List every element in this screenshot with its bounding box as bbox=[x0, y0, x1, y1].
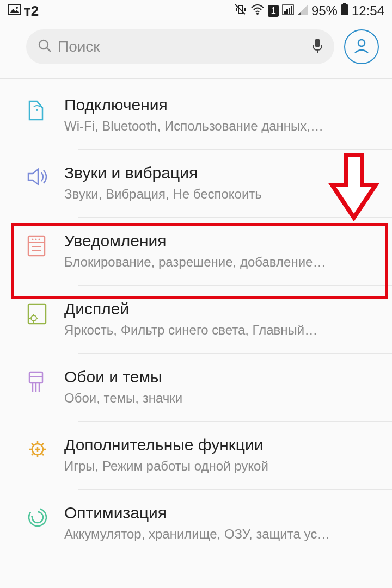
item-subtitle: Обои, темы, значки bbox=[64, 391, 381, 406]
svg-point-2 bbox=[16, 7, 18, 9]
advanced-icon bbox=[26, 438, 64, 461]
svg-point-21 bbox=[32, 239, 34, 240]
profile-button[interactable] bbox=[344, 29, 379, 64]
item-title: Дополнительные функции bbox=[64, 436, 381, 454]
svg-marker-1 bbox=[10, 9, 19, 13]
item-subtitle: Аккумулятор, хранилище, ОЗУ, защита ус… bbox=[64, 527, 381, 542]
svg-point-18 bbox=[36, 109, 38, 111]
vibrate-icon bbox=[233, 2, 247, 20]
themes-icon bbox=[26, 370, 64, 394]
connections-icon bbox=[26, 98, 64, 122]
settings-list: Подключения Wi-Fi, Bluetooth, Использова… bbox=[0, 79, 392, 557]
svg-marker-41 bbox=[31, 516, 33, 518]
wifi-icon bbox=[250, 3, 265, 18]
profile-icon bbox=[352, 36, 371, 57]
svg-rect-15 bbox=[315, 39, 320, 47]
settings-item-themes[interactable]: Обои и темы Обои, темы, значки bbox=[0, 354, 392, 421]
settings-item-notifications[interactable]: Уведомления Блокирование, разрешение, до… bbox=[0, 218, 392, 285]
settings-item-optimization[interactable]: Оптимизация Аккумулятор, хранилище, ОЗУ,… bbox=[0, 490, 392, 557]
image-icon bbox=[8, 3, 21, 18]
sounds-icon bbox=[26, 166, 64, 188]
battery-percent: 95% bbox=[311, 3, 338, 18]
svg-point-27 bbox=[31, 315, 36, 321]
item-title: Обои и темы bbox=[64, 368, 381, 386]
svg-point-3 bbox=[256, 13, 259, 15]
svg-rect-6 bbox=[286, 9, 288, 14]
item-title: Уведомления bbox=[64, 232, 381, 250]
svg-rect-0 bbox=[8, 5, 20, 15]
carrier-label: т2 bbox=[24, 3, 39, 20]
signal-icon-1 bbox=[282, 3, 294, 18]
settings-item-advanced[interactable]: Дополнительные функции Игры, Режим работ… bbox=[0, 422, 392, 489]
svg-point-22 bbox=[35, 239, 37, 240]
search-icon bbox=[37, 38, 52, 55]
optimization-icon bbox=[26, 506, 64, 529]
svg-rect-26 bbox=[28, 304, 46, 324]
notifications-icon bbox=[26, 234, 64, 258]
item-title: Дисплей bbox=[64, 300, 381, 318]
item-subtitle: Яркость, Фильтр синего света, Главный… bbox=[64, 323, 381, 338]
svg-point-13 bbox=[39, 40, 48, 49]
search-row bbox=[0, 22, 392, 78]
svg-line-14 bbox=[47, 48, 51, 52]
sim-icon: 1 bbox=[268, 5, 278, 17]
item-subtitle: Игры, Режим работы одной рукой bbox=[64, 459, 381, 474]
item-subtitle: Блокирование, разрешение, добавление… bbox=[64, 255, 381, 270]
svg-point-23 bbox=[39, 239, 40, 240]
item-title: Подключения bbox=[64, 96, 381, 114]
item-title: Оптимизация bbox=[64, 504, 381, 522]
search-input[interactable] bbox=[58, 38, 306, 55]
svg-rect-32 bbox=[29, 372, 42, 383]
svg-rect-11 bbox=[341, 4, 348, 15]
svg-rect-7 bbox=[289, 8, 290, 14]
signal-icon-2 bbox=[297, 3, 308, 18]
display-icon bbox=[26, 302, 64, 326]
svg-rect-8 bbox=[291, 6, 292, 14]
item-subtitle: Wi-Fi, Bluetooth, Использование данных,… bbox=[64, 119, 381, 134]
status-bar: т2 1 95% 12:54 bbox=[0, 0, 392, 22]
settings-item-display[interactable]: Дисплей Яркость, Фильтр синего света, Гл… bbox=[0, 286, 392, 353]
settings-item-connections[interactable]: Подключения Wi-Fi, Bluetooth, Использова… bbox=[0, 82, 392, 149]
svg-marker-10 bbox=[297, 11, 301, 15]
search-box[interactable] bbox=[26, 29, 334, 64]
item-title: Звуки и вибрация bbox=[64, 164, 381, 182]
svg-point-17 bbox=[358, 40, 365, 46]
svg-rect-5 bbox=[284, 11, 286, 14]
mic-icon[interactable] bbox=[311, 38, 323, 56]
item-subtitle: Звуки, Вибрация, Не беспокоить bbox=[64, 187, 381, 202]
clock: 12:54 bbox=[352, 3, 384, 18]
battery-icon bbox=[341, 3, 348, 19]
settings-item-sounds[interactable]: Звуки и вибрация Звуки, Вибрация, Не бес… bbox=[0, 150, 392, 217]
svg-rect-12 bbox=[343, 3, 346, 4]
